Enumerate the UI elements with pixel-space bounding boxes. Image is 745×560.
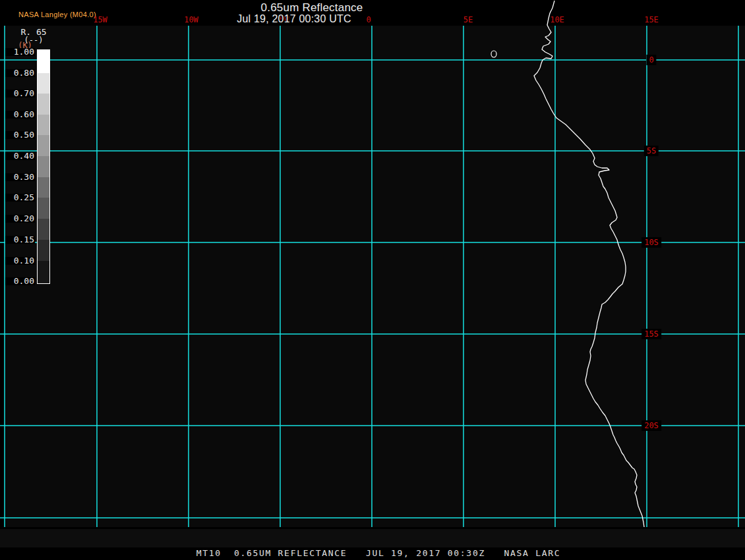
colorbar-scale-label: 0.25 <box>5 194 35 202</box>
colorbar-step <box>38 73 49 94</box>
colorbar-scale-label: 0.30 <box>5 173 35 181</box>
colorbar-scale-label: 1.00 <box>5 48 35 56</box>
colorbar-scale-label: 0.50 <box>5 131 35 139</box>
longitude-label: 10E <box>550 15 564 24</box>
longitude-label: 15W <box>93 15 107 24</box>
colorbar-step <box>38 50 49 73</box>
colorbar-step <box>38 219 49 240</box>
colorbar-scale-label: 0.00 <box>5 277 35 285</box>
colorbar-scale-label: 0.10 <box>5 257 35 265</box>
longitude-label: 15E <box>644 15 659 24</box>
colorbar-step <box>38 135 49 156</box>
colorbar-step <box>38 177 49 198</box>
colorbar-scale-label: 0.70 <box>5 90 35 98</box>
colorbar-step <box>38 261 49 283</box>
page-root: NASA Langley (M04.0) 0.65um Reflectance … <box>0 0 745 560</box>
page-title: 0.65um Reflectance <box>261 1 363 14</box>
map-plot-area <box>5 26 745 527</box>
longitude-label: 5E <box>463 15 473 24</box>
colorbar-step <box>38 94 49 115</box>
latitude-label: 5S <box>644 146 659 156</box>
longitude-label: 0 <box>366 15 371 24</box>
colorbar-step <box>38 115 49 135</box>
longitude-label: 10W <box>184 15 198 24</box>
colorbar-scale-label: 0.60 <box>5 111 35 119</box>
lower-band <box>0 529 745 547</box>
latitude-label: 15S <box>641 329 661 339</box>
credit-label: NASA Langley (M04.0) <box>18 11 96 18</box>
colorbar-step <box>38 240 49 261</box>
latitude-label: 0 <box>646 55 656 65</box>
latitude-label: 10S <box>641 237 661 248</box>
map-svg <box>0 0 745 560</box>
colorbar-scale-label: 0.15 <box>5 236 35 244</box>
footer-caption: MT10 0.65UM REFLECTANCE JUL 19, 2017 00:… <box>196 548 561 558</box>
colorbar-step <box>38 156 49 177</box>
colorbar-scale-label: 0.80 <box>5 69 35 77</box>
colorbar-step <box>38 198 49 219</box>
colorbar-scale-label: 0.40 <box>5 152 35 160</box>
latitude-label: 20S <box>641 420 661 431</box>
timestamp-subtitle: Jul 19, 2017 00:30 UTC <box>237 13 351 25</box>
colorbar-scale-label: 0.20 <box>5 215 35 223</box>
colorbar-units: (--) <box>24 36 44 45</box>
